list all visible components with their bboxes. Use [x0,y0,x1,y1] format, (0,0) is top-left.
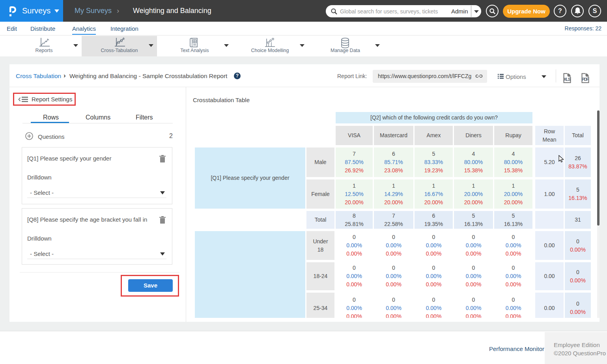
svg-text:PDF: PDF [582,77,589,82]
svg-text:XLS: XLS [564,77,571,82]
